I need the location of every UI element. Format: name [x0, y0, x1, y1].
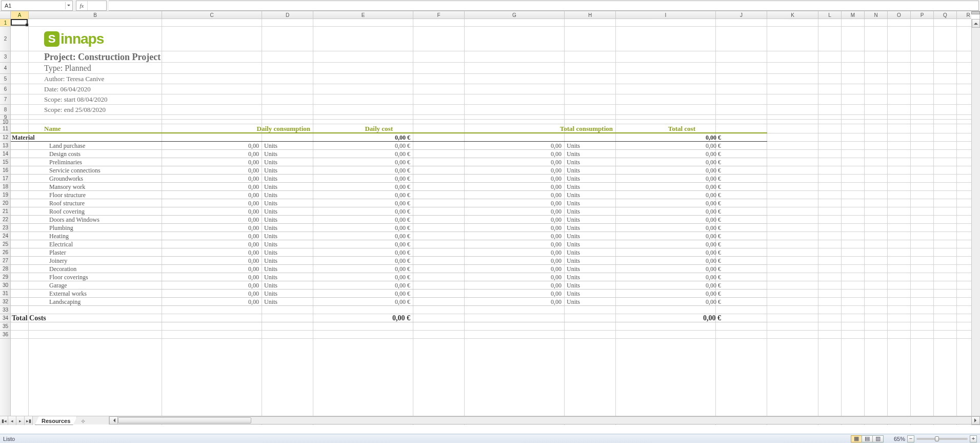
name-box-dropdown-icon[interactable] [65, 2, 71, 9]
name-box[interactable]: A1 [1, 1, 73, 11]
fx-icon[interactable]: fx [76, 1, 88, 10]
formula-input[interactable] [109, 1, 979, 11]
formula-bar: A1 fx [0, 0, 980, 11]
formula-input-wrap: fx [76, 1, 107, 11]
name-box-value: A1 [5, 3, 11, 9]
